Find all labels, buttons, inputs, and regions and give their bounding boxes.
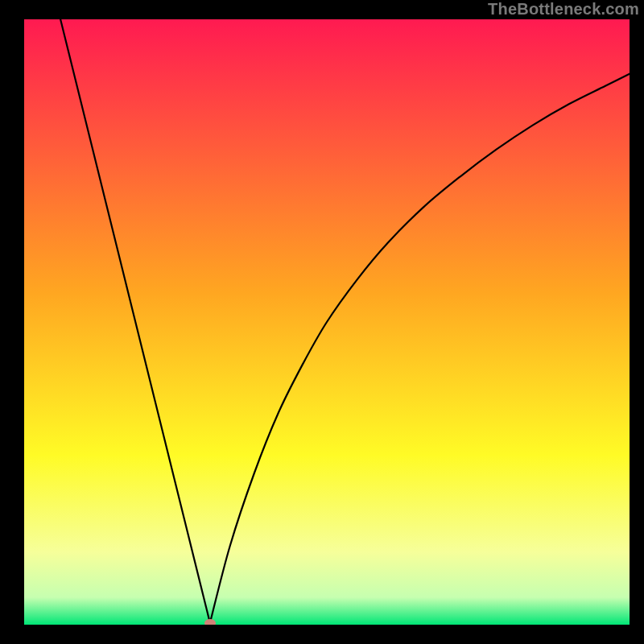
series-right-leg xyxy=(210,74,630,623)
series-left-leg xyxy=(60,19,210,623)
chart-canvas: TheBottleneck.com xyxy=(0,0,644,644)
minimum-marker xyxy=(204,619,216,625)
plot-area xyxy=(24,19,630,625)
watermark-label: TheBottleneck.com xyxy=(488,0,639,19)
curve-layer xyxy=(24,19,630,625)
